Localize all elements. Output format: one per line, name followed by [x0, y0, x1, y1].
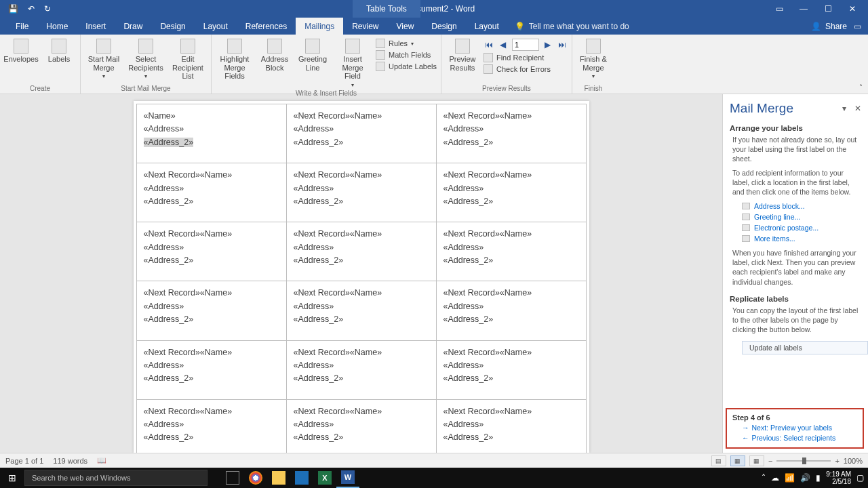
- maximize-icon[interactable]: ☐: [819, 4, 837, 14]
- first-record-icon[interactable]: ⏮: [484, 39, 494, 50]
- prev-record-icon[interactable]: ◀: [498, 39, 509, 50]
- task-pane-close-icon[interactable]: ✕: [854, 104, 861, 113]
- action-center-icon[interactable]: ▢: [856, 473, 864, 483]
- share-button[interactable]: 👤 Share: [811, 22, 847, 31]
- tell-me-search[interactable]: 💡 Tell me what you want to do: [515, 22, 629, 31]
- label-cell[interactable]: «Next Record»«Name»«Address»«Address_2»: [136, 281, 286, 340]
- electronic-postage-link[interactable]: Electronic postage...: [742, 222, 861, 233]
- label-cell[interactable]: «Next Record»«Name»«Address»«Address_2»: [286, 163, 436, 222]
- redo-icon[interactable]: ↻: [44, 4, 51, 14]
- tab-references[interactable]: References: [237, 18, 296, 35]
- label-cell[interactable]: «Next Record»«Name»«Address»«Address_2»: [436, 163, 586, 222]
- tab-layout[interactable]: Layout: [195, 18, 237, 35]
- more-items-link[interactable]: More items...: [742, 233, 861, 244]
- collapse-ribbon-icon[interactable]: ˄: [859, 83, 863, 91]
- web-layout-button[interactable]: ▦: [749, 455, 764, 466]
- tab-draw[interactable]: Draw: [115, 18, 151, 35]
- word-count[interactable]: 119 words: [53, 457, 87, 465]
- start-mail-merge-button[interactable]: Start Mail Merge▾: [85, 37, 123, 79]
- label-cell[interactable]: «Name»«Address»«Address_2»: [136, 104, 286, 163]
- edit-recipient-list-button[interactable]: Edit Recipient List: [169, 37, 207, 81]
- task-view-icon[interactable]: [221, 468, 244, 488]
- tab-table-design[interactable]: Design: [422, 18, 465, 35]
- label-cell[interactable]: «Next Record»«Name»«Address»«Address_2»: [286, 104, 436, 163]
- windows-search-input[interactable]: Search the web and Windows: [24, 470, 208, 486]
- label-cell[interactable]: «Next Record»«Name»«Address»«Address_2»: [136, 399, 286, 453]
- label-cell[interactable]: «Next Record»«Name»«Address»«Address_2»: [286, 222, 436, 281]
- arrange-text-2: To add recipient information to your lab…: [723, 168, 868, 201]
- update-all-labels-button[interactable]: Update all labels: [742, 341, 868, 354]
- tab-review[interactable]: Review: [343, 18, 387, 35]
- select-recipients-button[interactable]: Select Recipients▾: [127, 37, 165, 79]
- epostage-link-icon: [742, 224, 750, 231]
- address-block-link[interactable]: Address block...: [742, 201, 861, 211]
- highlight-merge-fields-button[interactable]: Highlight Merge Fields: [216, 37, 254, 81]
- label-cell[interactable]: «Next Record»«Name»«Address»«Address_2»: [286, 399, 436, 453]
- update-labels-button[interactable]: Update Labels: [376, 62, 437, 71]
- preview-results-button[interactable]: Preview Results: [446, 37, 479, 72]
- tab-file[interactable]: File: [7, 18, 37, 35]
- zoom-in-button[interactable]: +: [835, 457, 839, 465]
- excel-icon[interactable]: X: [313, 468, 336, 488]
- file-explorer-icon[interactable]: [267, 468, 290, 488]
- zoom-level[interactable]: 100%: [844, 457, 863, 465]
- network-icon[interactable]: 📶: [785, 473, 795, 483]
- record-number-input[interactable]: [512, 39, 539, 51]
- label-cell[interactable]: «Next Record»«Name»«Address»«Address_2»: [436, 340, 586, 399]
- tray-chevron-icon[interactable]: ˄: [762, 473, 766, 483]
- onedrive-icon[interactable]: ☁: [771, 473, 779, 483]
- label-cell[interactable]: «Next Record»«Name»«Address»«Address_2»: [136, 340, 286, 399]
- match-fields-button[interactable]: Match Fields: [376, 50, 437, 60]
- tab-view[interactable]: View: [388, 18, 423, 35]
- address-block-button[interactable]: Address Block: [258, 37, 292, 72]
- wizard-next-link[interactable]: →Next: Preview your labels: [732, 422, 857, 432]
- tab-design[interactable]: Design: [151, 18, 194, 35]
- labels-button[interactable]: Labels: [42, 37, 76, 64]
- proofing-icon[interactable]: 📖: [97, 456, 106, 465]
- greeting-line-button[interactable]: Greeting Line: [296, 37, 330, 72]
- label-cell[interactable]: «Next Record»«Name»«Address»«Address_2»: [136, 222, 286, 281]
- battery-icon[interactable]: ▮: [816, 473, 821, 483]
- label-cell[interactable]: «Next Record»«Name»«Address»«Address_2»: [286, 281, 436, 340]
- task-pane-menu-icon[interactable]: ▾: [842, 104, 846, 113]
- zoom-out-button[interactable]: −: [768, 457, 772, 465]
- next-record-icon[interactable]: ▶: [542, 39, 553, 50]
- label-cell[interactable]: «Next Record»«Name»«Address»«Address_2»: [436, 222, 586, 281]
- label-cell[interactable]: «Next Record»«Name»«Address»«Address_2»: [436, 399, 586, 453]
- chrome-icon[interactable]: [244, 468, 267, 488]
- tab-mailings[interactable]: Mailings: [296, 18, 343, 35]
- rules-button[interactable]: Rules▾: [376, 39, 437, 48]
- label-cell[interactable]: «Next Record»«Name»«Address»«Address_2»: [136, 163, 286, 222]
- tab-insert[interactable]: Insert: [77, 18, 115, 35]
- page-indicator[interactable]: Page 1 of 1: [5, 457, 43, 465]
- label-cell[interactable]: «Next Record»«Name»«Address»«Address_2»: [286, 340, 436, 399]
- last-record-icon[interactable]: ⏭: [557, 39, 568, 50]
- read-mode-button[interactable]: ▤: [711, 455, 726, 466]
- volume-icon[interactable]: 🔊: [800, 473, 810, 483]
- check-errors-button[interactable]: Check for Errors: [484, 64, 568, 74]
- save-icon[interactable]: 💾: [8, 4, 18, 14]
- label-cell[interactable]: «Next Record»«Name»«Address»«Address_2»: [436, 104, 586, 163]
- tab-table-layout[interactable]: Layout: [466, 18, 508, 35]
- clock[interactable]: 9:19 AM 2/5/18: [826, 470, 851, 485]
- print-layout-button[interactable]: ▦: [730, 455, 745, 466]
- start-button[interactable]: ⊞: [0, 472, 24, 483]
- envelopes-button[interactable]: Envelopes: [4, 37, 38, 64]
- greeting-line-link[interactable]: Greeting line...: [742, 211, 861, 222]
- finish-merge-button[interactable]: Finish & Merge▾: [576, 37, 610, 79]
- ribbon-options-icon[interactable]: ▭: [770, 4, 788, 14]
- document-area[interactable]: «Name»«Address»«Address_2»«Next Record»«…: [0, 94, 722, 453]
- comments-icon[interactable]: ▭: [854, 22, 861, 31]
- tab-home[interactable]: Home: [37, 18, 77, 35]
- find-recipient-button[interactable]: Find Recipient: [484, 53, 568, 62]
- group-write-insert: Highlight Merge Fields Address Block Gre…: [212, 35, 441, 94]
- word-taskbar-icon[interactable]: W: [336, 468, 359, 488]
- close-icon[interactable]: ✕: [844, 4, 861, 14]
- label-cell[interactable]: «Next Record»«Name»«Address»«Address_2»: [436, 281, 586, 340]
- insert-merge-field-button[interactable]: Insert Merge Field▾: [334, 37, 372, 88]
- minimize-icon[interactable]: —: [795, 4, 812, 14]
- undo-icon[interactable]: ↶: [28, 4, 35, 14]
- wizard-previous-link[interactable]: ←Previous: Select recipients: [732, 432, 857, 442]
- zoom-slider[interactable]: [776, 460, 831, 462]
- store-icon[interactable]: [290, 468, 313, 488]
